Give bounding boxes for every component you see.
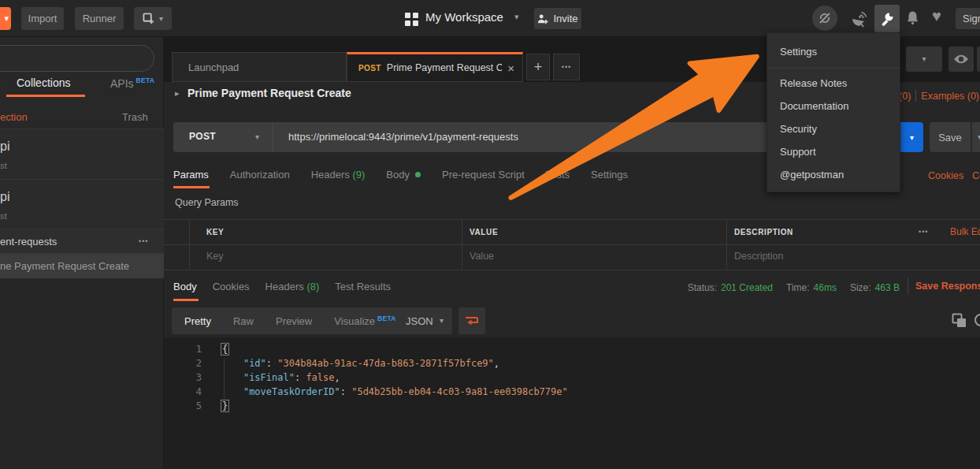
view-tab-pretty[interactable]: Pretty xyxy=(184,315,211,327)
response-headers-count: (8) xyxy=(306,281,319,292)
new-window-icon xyxy=(143,13,154,24)
response-format-selector[interactable]: JSON ▾ xyxy=(397,307,452,334)
import-button[interactable]: Import xyxy=(21,7,64,30)
environment-selector[interactable]: ▾ xyxy=(906,47,942,72)
table-vline xyxy=(726,219,727,270)
menu-item-documentation[interactable]: Documentation xyxy=(767,95,900,117)
table-vline xyxy=(462,219,462,270)
line-number: 4 xyxy=(164,385,202,399)
tab-test-results[interactable]: Test Results xyxy=(335,281,391,292)
view-tab-raw[interactable]: Raw xyxy=(233,315,254,327)
collection-item[interactable]: pi st xyxy=(0,180,164,229)
param-description-input[interactable]: Description xyxy=(734,251,784,262)
signin-button[interactable]: Sign In xyxy=(956,8,980,29)
body-label: Body xyxy=(386,169,410,181)
caret-down-icon: ▾ xyxy=(514,13,519,21)
invite-person-icon xyxy=(537,13,548,24)
url-input[interactable]: https://primelocal:9443/prime/v1/payment… xyxy=(288,131,518,143)
menu-item-settings[interactable]: Settings xyxy=(767,39,900,65)
status-value: 201 Created xyxy=(721,282,773,293)
request-name: ne Payment Request Create xyxy=(0,260,129,272)
send-options-button[interactable]: ▾ xyxy=(900,122,923,152)
status-label: Status: xyxy=(688,282,717,293)
view-tab-visualize[interactable]: VisualizeBETA xyxy=(334,315,396,327)
query-params-label: Query Params xyxy=(175,197,239,208)
settings-wrench-button[interactable] xyxy=(874,5,900,32)
response-body-viewer[interactable]: 1{2 "id": "304b84ab-91ac-47da-b863-2871f… xyxy=(164,337,980,469)
sidebar-tab-collections[interactable]: Collections xyxy=(17,76,70,89)
visualize-beta-badge: BETA xyxy=(377,315,396,322)
collection-item[interactable]: pi st xyxy=(0,128,164,180)
tab-response-headers[interactable]: Headers (8) xyxy=(265,281,320,292)
open-new-tab-button[interactable]: + xyxy=(526,54,550,80)
more-icon: ••• xyxy=(562,63,571,71)
menu-item-support[interactable]: Support xyxy=(767,140,900,163)
tab-params[interactable]: Params xyxy=(173,169,209,181)
wrap-text-icon xyxy=(465,315,479,327)
tab-launchpad[interactable]: Launchpad xyxy=(172,52,347,82)
tab-active-request[interactable]: POST Prime Payment Request Create × xyxy=(347,52,523,82)
save-response-link[interactable]: Save Response xyxy=(915,281,980,292)
menu-item-release-notes[interactable]: Release Notes xyxy=(767,72,900,95)
examples-link[interactable]: Examples (0) xyxy=(921,91,979,102)
new-collection-link[interactable]: ection xyxy=(0,111,28,123)
cookies-link[interactable]: Cookies xyxy=(928,170,963,181)
sync-off-button[interactable] xyxy=(812,6,837,31)
method-label: POST xyxy=(189,131,216,142)
trash-link[interactable]: Trash xyxy=(122,111,148,123)
menu-item--getpostman[interactable]: @getpostman xyxy=(767,163,900,186)
method-selector[interactable]: POST ▾ xyxy=(173,122,273,152)
tab-response-body[interactable]: Body xyxy=(173,281,197,292)
save-label: Save xyxy=(938,132,962,143)
wrap-lines-button[interactable] xyxy=(458,307,485,334)
request-section-tabs: Params Authorization Headers (9) Body Pr… xyxy=(173,169,628,181)
tab-headers[interactable]: Headers (9) xyxy=(311,169,366,181)
bulk-edit-link[interactable]: Bulk Edit xyxy=(950,226,980,237)
folder-more-icon[interactable]: ••• xyxy=(139,237,148,245)
param-value-input[interactable]: Value xyxy=(470,251,494,262)
params-more-icon[interactable]: ••• xyxy=(919,228,928,236)
caret-down-icon: ▾ xyxy=(4,13,9,24)
folder-row[interactable]: ent-requests ••• xyxy=(0,229,164,254)
sidebar-tab-apis[interactable]: APIsBETA xyxy=(110,76,154,90)
invite-button[interactable]: Invite xyxy=(534,8,581,29)
save-options-button[interactable]: ▾ xyxy=(971,122,980,152)
response-meta: Status: 201 Created Time: 46ms Size: 463… xyxy=(688,282,900,293)
sidebar-search-input[interactable] xyxy=(0,45,154,72)
headers-label: Headers xyxy=(311,169,350,181)
line-number: 5 xyxy=(164,399,202,413)
environment-preview-button[interactable] xyxy=(948,47,974,72)
save-button[interactable]: Save xyxy=(930,122,971,152)
new-window-button[interactable]: ▾ xyxy=(134,7,172,30)
tab-tests[interactable]: Tests xyxy=(546,169,570,181)
add-icon: + xyxy=(534,59,543,76)
satellite-button[interactable] xyxy=(848,9,869,30)
satellite-dish-icon xyxy=(849,10,868,29)
code-line: 1{ xyxy=(164,342,980,356)
tab-authorization[interactable]: Authorization xyxy=(230,169,290,181)
tab-pre-request-script[interactable]: Pre-request Script xyxy=(442,169,525,181)
tab-close-icon[interactable]: × xyxy=(507,61,514,75)
runner-button[interactable]: Runner xyxy=(75,7,124,30)
code-line: 5} xyxy=(164,399,980,413)
search-response-button[interactable] xyxy=(974,314,980,326)
new-button-partial[interactable]: ▾ xyxy=(0,7,11,30)
copy-icon xyxy=(952,313,967,328)
tab-response-cookies[interactable]: Cookies xyxy=(213,281,250,292)
headers-count: (9) xyxy=(352,169,365,181)
copy-response-button[interactable] xyxy=(952,313,967,329)
code-link[interactable]: Code xyxy=(972,170,980,181)
tab-body[interactable]: Body xyxy=(386,169,421,181)
menu-item-security[interactable]: Security xyxy=(767,117,900,140)
tab-options-button[interactable]: ••• xyxy=(553,54,580,80)
notifications-button[interactable] xyxy=(905,10,921,26)
tab-settings[interactable]: Settings xyxy=(591,169,628,181)
caret-down-icon: ▾ xyxy=(910,133,914,142)
collapse-triangle-icon[interactable]: ▸ xyxy=(175,88,180,99)
request-row-selected[interactable]: ne Payment Request Create xyxy=(0,254,164,278)
heart-button[interactable]: ♥ xyxy=(932,8,941,24)
environment-settings-button-partial[interactable] xyxy=(977,47,980,72)
view-tab-preview[interactable]: Preview xyxy=(276,315,312,327)
workspace-switcher[interactable]: My Workspace ▾ xyxy=(425,10,518,24)
param-key-input[interactable]: Key xyxy=(206,251,224,262)
